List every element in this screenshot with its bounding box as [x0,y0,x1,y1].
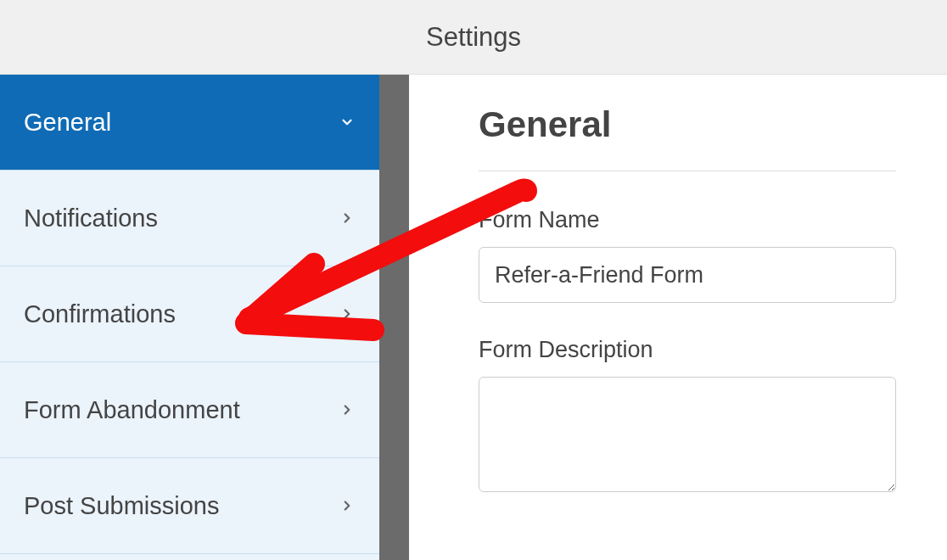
sidebar-item-confirmations[interactable]: Confirmations [0,266,379,362]
sidebar: General Notifications Confirmations Form… [0,75,379,560]
field-form-name: Form Name [479,207,896,303]
main-panel: General Form Name Form Description [409,75,947,560]
chevron-right-icon [339,305,356,322]
sidebar-item-label: Form Abandonment [24,396,240,424]
form-description-textarea[interactable] [479,377,896,492]
form-name-label: Form Name [479,207,896,233]
chevron-right-icon [339,401,356,418]
sidebar-item-label: Notifications [24,204,158,232]
sidebar-item-form-abandonment[interactable]: Form Abandonment [0,362,379,458]
sidebar-item-label: General [24,109,111,137]
form-name-input[interactable] [479,247,896,303]
panel-divider [379,75,409,560]
sidebar-item-post-submissions[interactable]: Post Submissions [0,458,379,554]
page-title: Settings [426,22,521,53]
header: Settings [0,0,947,75]
sidebar-item-label: Post Submissions [24,492,220,520]
chevron-right-icon [339,210,356,227]
sidebar-item-label: Confirmations [24,300,176,328]
form-description-label: Form Description [479,337,896,363]
sidebar-item-general[interactable]: General [0,75,379,171]
sidebar-item-notifications[interactable]: Notifications [0,171,379,266]
panel-title: General [479,104,896,171]
chevron-right-icon [339,497,356,514]
chevron-down-icon [339,114,356,131]
field-form-description: Form Description [479,337,896,496]
content-wrapper: General Notifications Confirmations Form… [0,75,947,560]
